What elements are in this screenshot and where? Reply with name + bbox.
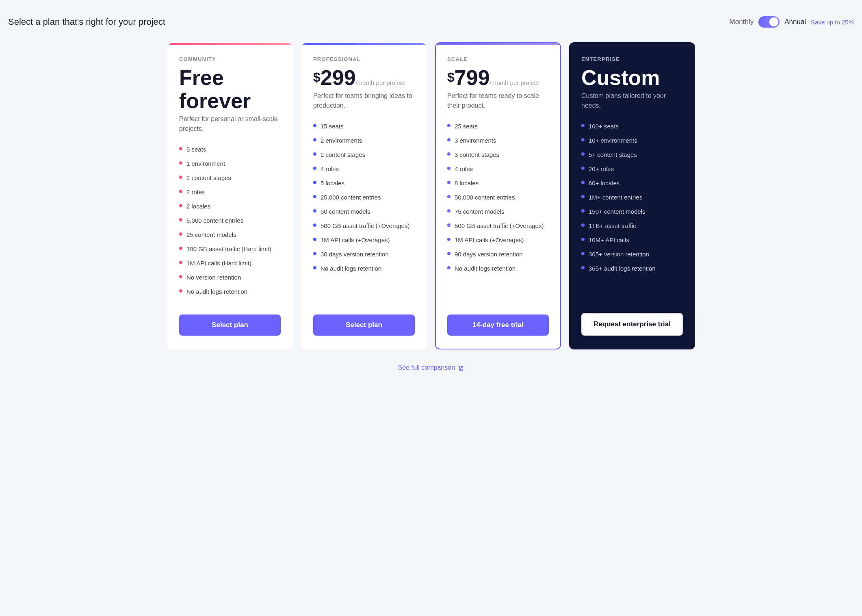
list-item: 1TB+ asset traffic [581,221,683,230]
feature-text: 8 locales [455,179,479,187]
list-item: No audit logs retention [313,264,415,273]
feature-dot-icon [581,209,585,213]
list-item: 1M API calls (+Overages) [313,236,415,244]
list-item: 50,000 content entries [447,193,549,202]
feature-dot-icon [313,209,316,213]
plan-card-enterprise: ENTERPRISECustomCustom plans tailored to… [569,42,695,349]
feature-text: 150+ content models [589,207,645,216]
list-item: No audit logs retention [179,287,281,296]
feature-text: 2 content stages [186,174,231,182]
feature-text: 10M+ API calls [589,236,629,244]
list-item: 10+ environments [581,136,683,145]
features-list-community: 5 seats1 environment2 content stages2 ro… [179,145,281,301]
feature-text: 60+ locales [589,179,619,187]
plan-tag-enterprise: ENTERPRISE [581,56,683,62]
feature-dot-icon [313,167,316,170]
feature-dot-icon [447,266,450,269]
feature-dot-icon [313,252,316,255]
feature-dot-icon [313,266,316,269]
feature-text: 500 GB asset traffic (+Overages) [455,221,544,230]
save-badge: Save up to 25% [811,19,854,26]
feature-text: 75 content models [455,207,505,216]
feature-dot-icon [313,152,316,156]
feature-text: 365+ audit logs retention [589,264,656,273]
feature-dot-icon [179,261,182,264]
feature-text: 5,000 content entries [186,216,243,225]
list-item: No audit logs retention [447,264,549,273]
billing-toggle-switch[interactable] [758,16,780,28]
feature-dot-icon [313,195,316,198]
feature-text: 50,000 content entries [455,193,515,202]
list-item: 25 seats [447,122,549,130]
external-link-icon [458,365,464,371]
list-item: 3 environments [447,136,549,145]
feature-text: No audit logs retention [455,264,515,273]
feature-dot-icon [581,124,585,127]
list-item: 2 roles [179,188,281,196]
plans-grid: COMMUNITYFree foreverPerfect for persona… [167,42,695,349]
feature-text: 2 environments [321,136,362,145]
features-list-professional: 15 seats2 environments2 content stages4 … [313,122,415,301]
plan-price-community: Free forever [179,66,281,113]
feature-dot-icon [179,190,182,193]
billing-toggle: Monthly Annual Save up to 25% [730,16,854,28]
toggle-knob [769,17,778,26]
feature-text: 25 content models [186,230,236,239]
list-item: No version retention [179,273,281,282]
feature-dot-icon [447,138,450,141]
list-item: 90 days version retention [447,250,549,258]
plan-card-scale: SCALE$799/month per projectPerfect for t… [435,42,561,349]
plan-card-community: COMMUNITYFree foreverPerfect for persona… [167,42,293,349]
plan-tag-scale: SCALE [447,56,549,62]
list-item: 500 GB asset traffic (+Overages) [313,221,415,230]
feature-dot-icon [447,124,450,127]
feature-text: 20+ roles [589,165,614,173]
feature-text: 1M+ content entries [589,193,642,202]
feature-text: 25 seats [455,122,478,130]
select-plan-button-scale[interactable]: 14-day free trial [447,315,549,336]
feature-dot-icon [313,238,316,241]
feature-text: 1TB+ asset traffic [589,221,636,230]
list-item: 100 GB asset traffic (Hard limit) [179,245,281,253]
feature-dot-icon [581,181,585,184]
select-plan-button-community[interactable]: Select plan [179,315,281,336]
feature-dot-icon [179,289,182,293]
feature-text: 2 roles [186,188,205,196]
see-full-comparison-link[interactable]: See full comparison [398,364,464,371]
feature-text: 2 locales [186,202,210,210]
feature-dot-icon [581,167,585,170]
select-plan-button-professional[interactable]: Select plan [313,315,415,336]
feature-dot-icon [179,204,182,207]
feature-dot-icon [179,218,182,221]
list-item: 1 environment [179,159,281,168]
list-item: 1M API calls (Hard limit) [179,259,281,267]
plan-desc-professional: Perfect for teams bringing ideas to prod… [313,91,415,111]
list-item: 2 environments [313,136,415,145]
list-item: 30 days version retention [313,250,415,258]
plan-price-scale: $799/month per project [447,66,549,89]
feature-text: 90 days version retention [455,250,523,258]
feature-text: No audit logs retention [186,287,247,296]
feature-dot-icon [581,195,585,198]
feature-dot-icon [179,275,182,278]
feature-text: 50 content models [321,207,370,216]
list-item: 20+ roles [581,165,683,173]
feature-dot-icon [447,152,450,156]
select-plan-button-enterprise[interactable]: Request enterprise trial [581,313,683,336]
feature-text: No version retention [186,273,241,282]
plan-desc-community: Perfect for personal or small-scale proj… [179,114,281,134]
feature-dot-icon [179,232,182,236]
feature-dot-icon [447,167,450,170]
feature-text: 500 GB asset traffic (+Overages) [321,221,409,230]
list-item: 5,000 content entries [179,216,281,225]
list-item: 8 locales [447,179,549,187]
feature-text: 15 seats [321,122,344,130]
list-item: 4 roles [447,165,549,173]
list-item: 5 seats [179,145,281,154]
feature-dot-icon [313,223,316,227]
list-item: 365+ audit logs retention [581,264,683,273]
list-item: 4 roles [313,165,415,173]
feature-text: 1M API calls (+Overages) [321,236,390,244]
list-item: 3 content stages [447,150,549,159]
plan-tag-professional: PROFESSIONAL [313,56,415,62]
